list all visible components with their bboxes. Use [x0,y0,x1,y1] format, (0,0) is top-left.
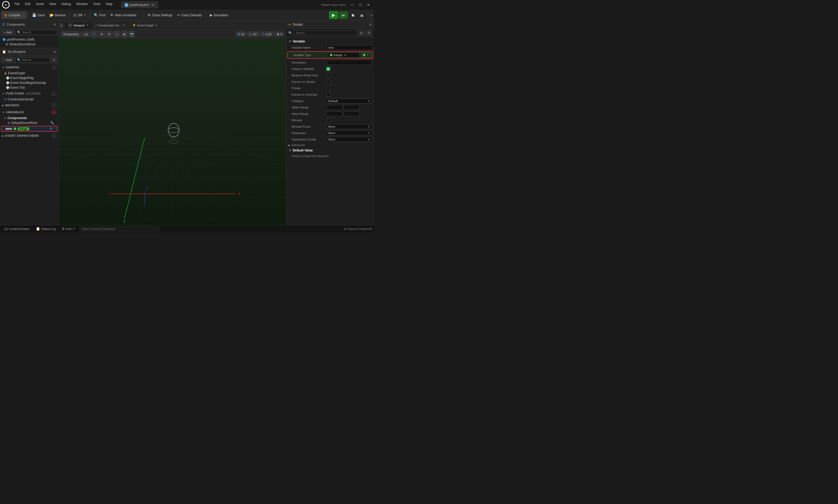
components-search-input[interactable] [22,31,55,34]
menu-view[interactable]: View [47,2,58,8]
blueprint-close-btn[interactable]: ✕ [53,50,56,54]
tab-close-btn[interactable]: ✕ [151,3,155,7]
menu-debug[interactable]: Debug [59,2,73,8]
slider-range-min[interactable] [326,105,343,110]
default-value-section-header[interactable]: ▼ Default Value [286,147,374,153]
construction-sc-tab[interactable]: ƒ Construction Sc... ✕ [92,22,128,28]
variables-add-btn[interactable]: + [52,110,56,114]
blueprint-gear-btn[interactable]: ⚙ [51,57,57,63]
stop-button[interactable]: ⏹ [349,12,357,18]
category-dropdown[interactable]: Default ▼ [326,98,372,103]
rotate-tool-btn[interactable]: ↻ [106,31,112,37]
eject-button[interactable]: ⏏ [358,12,366,18]
event-dispatchers-add-btn[interactable]: + [52,133,56,138]
details-search-input[interactable] [293,30,357,36]
event-tick-item[interactable]: Event Tick [0,85,58,90]
transform-tool-btn[interactable]: ⊕ [121,31,127,37]
cmd-btn[interactable]: $ Cmd ▼ [60,226,77,231]
save-button[interactable]: 💾 Save [30,12,47,18]
graphs-add-btn[interactable]: + [52,65,56,70]
viewport-tab-close[interactable]: ✕ [86,23,88,27]
event-graph-tab-close[interactable]: ✕ [155,23,157,27]
select-tool-btn[interactable]: ↖ [91,31,98,37]
private-checkbox[interactable] [326,86,330,90]
functions-category[interactable]: ▼ FUNCTIONS (18 OVERRI + [0,90,58,97]
functions-add-btn[interactable]: + [52,91,56,96]
menu-window[interactable]: Window [74,2,90,8]
blueprint-search-input[interactable] [22,58,48,61]
value-range-max[interactable] [344,111,360,116]
bitmask-checkbox[interactable] [326,118,330,122]
hide-options-icon[interactable]: ⋮ [137,14,140,17]
menu-edit[interactable]: Edit [23,2,33,8]
event-graph-tab[interactable]: ⚡ Event Graph ✕ [129,22,161,28]
default-scene-root-var-item[interactable]: ⚙ DefaultSceneRoot 🔧 [0,121,58,125]
variables-category[interactable]: ▼ VARIABLES + [0,109,58,116]
value-range-min[interactable] [326,111,343,116]
move-tool-btn[interactable]: ✛ [99,31,105,37]
output-log-btn[interactable]: 📋 Output Log [34,226,58,231]
compile-dropdown-icon[interactable]: ⋮ [21,14,24,17]
construction-script-item[interactable]: ↻ ConstructionScript [0,97,58,102]
viewport-menu-icon[interactable]: ☰ [60,23,63,28]
details-close-btn[interactable]: ✕ [369,22,372,27]
description-input[interactable] [326,60,372,65]
minimize-btn[interactable]: — [349,2,356,8]
viewport-3d[interactable]: X Y Z [59,38,286,225]
camera-tool-btn[interactable]: 📷 [128,31,135,37]
grid-snap-btn[interactable]: ⊞ 10 [236,32,246,37]
component-self-item[interactable]: 🔷 printFromArc (Self) [0,37,58,42]
screen-size-btn[interactable]: 🖥 4 [275,32,284,37]
source-control[interactable]: ⊘ Source Control Off [344,227,372,231]
find-button[interactable]: 🔍 Find [92,12,107,18]
hide-unrelated-button[interactable]: 👁 Hide Unrelated ⋮ [108,12,142,18]
diff-button[interactable]: ⚖ Diff ▼ [71,12,88,18]
menu-asset[interactable]: Asset [34,2,46,8]
rotation-snap-btn[interactable]: ∠ 10° [247,32,259,37]
perspective-btn[interactable]: Perspective [61,32,81,37]
play-button[interactable]: ▶ [329,11,338,19]
variable-type-dropdown[interactable]: Integer ▼ [328,53,360,57]
details-grid-btn[interactable]: ⊞ [358,30,365,36]
file-tab[interactable]: B printFromArc* ✕ [121,2,158,8]
compile-button[interactable]: ⚙ Compile ⋮ [2,12,27,19]
lit-btn[interactable]: Lit [82,32,90,37]
event-dispatchers-category[interactable]: ▶ EVENT DISPATCHERS + [0,132,58,139]
replication-conditi-dropdown[interactable]: None ▼ [326,137,372,142]
blueprint-add-btn[interactable]: + Add [2,57,14,62]
variable-name-input[interactable] [326,45,372,50]
details-gear-btn[interactable]: ⚙ [366,30,372,36]
viewport-tab[interactable]: ⬛ Viewport ✕ [65,22,92,28]
omo-visibility-icon[interactable]: 👁 [50,127,53,131]
components-add-btn[interactable]: + Add [2,30,14,35]
slider-range-max[interactable] [344,105,360,110]
event-beginplay-item[interactable]: Event BeginPlay [0,76,58,80]
advanced-row[interactable]: ▶ Advanced [286,143,374,147]
variable-section-header[interactable]: ▼ Variable [286,38,374,44]
scale-tool-btn[interactable]: ⤡ [114,31,120,37]
browse-button[interactable]: 📂 Browse [47,12,68,18]
blueprint-read-only-checkbox[interactable] [326,73,330,77]
graphs-category[interactable]: ▼ GRAPHS + [0,64,58,71]
expose-to-cinemati-checkbox[interactable] [326,93,330,96]
event-beginoverlap-item[interactable]: Event ActorBeginOverlap [0,80,58,85]
class-defaults-button[interactable]: ✏ Class Defaults [175,12,204,18]
menu-help[interactable]: Help [104,2,115,8]
event-graph-item[interactable]: ⚡ EventGraph [0,71,58,76]
class-settings-button[interactable]: ⚙ Class Settings [145,12,175,18]
play-next-button[interactable]: ⏭ [339,12,348,19]
omo-var-item[interactable]: omo Integer 👁 [1,126,57,132]
type-qualifier-dropdown[interactable]: ▼ [362,53,370,57]
expose-on-spawn-checkbox[interactable] [326,80,330,84]
bitmask-enum-dropdown[interactable]: None ▼ [326,124,372,129]
replication-dropdown[interactable]: None ▼ [326,131,372,136]
macros-add-btn[interactable]: + [52,103,56,108]
close-btn[interactable]: ✕ [365,2,372,8]
menu-file[interactable]: File [12,2,22,8]
maximize-btn[interactable]: ☐ [356,2,364,8]
simulation-button[interactable]: ▶ Simulation [208,12,231,18]
menu-tools[interactable]: Tools [91,2,103,8]
component-root-item[interactable]: ⚙ DefaultSceneRoot [0,42,58,47]
console-input[interactable] [80,227,160,231]
components-close-btn[interactable]: ✕ [53,22,56,27]
